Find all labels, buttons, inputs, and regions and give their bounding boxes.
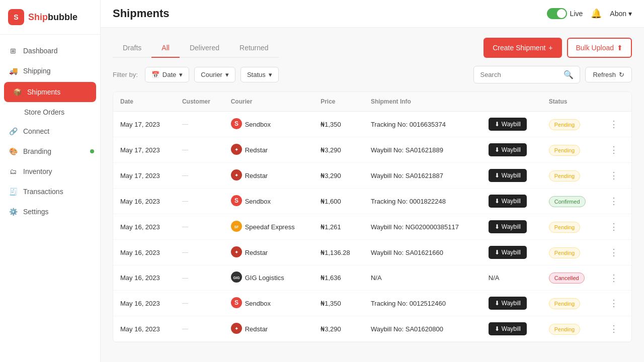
download-icon: ⬇ [495,249,500,256]
sidebar-item-connect[interactable]: 🔗 Connect [0,121,100,141]
sidebar-item-dashboard[interactable]: ⊞ Dashboard [0,41,100,61]
date-filter[interactable]: 📅 Date ▾ [145,67,189,82]
refresh-icon: ↻ [619,71,624,78]
logo-text: Shipbubble [28,12,77,23]
cell-customer: — [175,137,224,163]
create-shipment-button[interactable]: Create Shipment + [484,38,561,58]
courier-name: Speedaf Express [245,223,295,231]
cell-status: Pending [542,240,600,265]
tabs-actions-row: Drafts All Delivered Returned Create Shi… [113,38,632,58]
download-icon: ⬇ [495,121,500,128]
cell-price: ₦1,350 [313,112,364,137]
sidebar-item-settings[interactable]: ⚙️ Settings [0,202,100,222]
table-row: May 16, 2023 — S Sendbox ₦1,600 Tracking… [113,189,631,214]
status-badge: Cancelled [549,273,585,284]
more-options-button[interactable]: ⋮ [607,144,620,155]
svg-text:✦: ✦ [234,249,238,255]
main-content: Shipments Live 🔔 Abon ▾ Drafts All [101,0,644,362]
logo[interactable]: S Shipbubble [0,0,100,35]
cell-info: Waybill No: SA01621660 [364,240,481,265]
cell-waybill: ⬇ Waybill [481,316,542,342]
page-title: Shipments [113,7,169,20]
header-right: Live 🔔 Abon ▾ [547,8,632,19]
tab-drafts[interactable]: Drafts [113,39,151,58]
status-badge: Pending [549,298,580,309]
table-row: May 16, 2023 — S Sendbox ₦1,350 Tracking… [113,291,631,316]
cell-status: Pending [542,291,600,316]
sidebar-item-inventory[interactable]: 🗂 Inventory [0,161,100,182]
waybill-button[interactable]: ⬇ Waybill [489,195,527,208]
sidebar-item-label: Transactions [23,188,63,196]
search-input[interactable] [480,71,560,78]
bell-icon[interactable]: 🔔 [591,8,602,19]
cell-info: Tracking No: 0001822248 [364,189,481,214]
cell-price: ₦1,636 [313,265,364,291]
more-options-button[interactable]: ⋮ [607,119,620,130]
more-options-button[interactable]: ⋮ [607,298,620,309]
cell-price: ₦1,261 [313,214,364,240]
cell-more: ⋮ [600,189,631,214]
sidebar-item-transactions[interactable]: 🧾 Transactions [0,182,100,202]
bulk-upload-button[interactable]: Bulk Upload ⬆ [567,38,632,58]
svg-text:✦: ✦ [234,326,238,331]
user-menu[interactable]: Abon ▾ [610,10,632,18]
live-toggle[interactable]: Live [547,8,583,19]
more-options-button[interactable]: ⋮ [607,247,620,258]
courier-icon: ✦ [231,144,242,156]
cell-date: May 17, 2023 [113,163,175,189]
cell-info: Waybill No: SA01621887 [364,163,481,189]
more-options-button[interactable]: ⋮ [607,323,620,334]
cell-courier: S Sendbox [224,112,313,137]
sidebar-item-shipping[interactable]: 🚚 Shipping [0,61,100,81]
cell-status: Pending [542,163,600,189]
refresh-button[interactable]: Refresh ↻ [585,67,632,82]
cell-info: Tracking No: 0012512460 [364,291,481,316]
sidebar-item-label: Branding [23,147,51,155]
cell-courier: ✦ Redstar [224,137,313,163]
cell-date: May 16, 2023 [113,265,175,291]
waybill-button[interactable]: ⬇ Waybill [489,322,527,335]
sidebar-item-label: Shipping [23,67,51,75]
truck-icon: 🚚 [8,66,18,76]
courier-filter[interactable]: Courier ▾ [194,67,235,82]
live-switch[interactable] [547,8,567,19]
sidebar-item-branding[interactable]: 🎨 Branding [0,141,100,161]
more-options-button[interactable]: ⋮ [607,273,620,284]
live-label: Live [570,10,583,18]
chevron-down-icon: ▾ [269,71,272,78]
cell-price: ₦3,290 [313,137,364,163]
cell-date: May 16, 2023 [113,316,175,342]
col-waybill [481,92,542,112]
waybill-button[interactable]: ⬇ Waybill [489,220,527,233]
tab-returned[interactable]: Returned [229,39,279,58]
courier-icon: S [231,195,242,208]
waybill-button[interactable]: ⬇ Waybill [489,297,527,310]
table-row: May 17, 2023 — ✦ Redstar ₦3,290 Waybill … [113,137,631,163]
cell-customer: — [175,316,224,342]
link-icon: 🔗 [8,126,18,136]
waybill-button[interactable]: ⬇ Waybill [489,143,527,156]
sidebar-item-shipments[interactable]: 📦 Shipments [4,82,96,102]
more-options-button[interactable]: ⋮ [607,196,620,207]
cell-info: N/A [364,265,481,291]
status-filter[interactable]: Status ▾ [240,67,279,82]
cell-date: May 16, 2023 [113,291,175,316]
courier-name: Sendbox [245,300,271,307]
cell-more: ⋮ [600,163,631,189]
waybill-button[interactable]: ⬇ Waybill [489,118,527,131]
sidebar-item-store-orders[interactable]: Store Orders [0,103,100,121]
waybill-button[interactable]: ⬇ Waybill [489,246,527,259]
more-options-button[interactable]: ⋮ [607,221,620,232]
calendar-icon: 📅 [151,71,159,78]
svg-text:S: S [234,197,238,204]
cell-more: ⋮ [600,112,631,137]
cell-waybill: ⬇ Waybill [481,112,542,137]
more-options-button[interactable]: ⋮ [607,170,620,181]
chevron-down-icon: ▾ [628,10,632,18]
cell-customer: — [175,214,224,240]
tab-all[interactable]: All [151,39,180,58]
tab-delivered[interactable]: Delivered [180,39,229,58]
courier-icon: SF [231,221,242,233]
waybill-button[interactable]: ⬇ Waybill [489,169,527,182]
courier-name: Sendbox [245,121,271,128]
